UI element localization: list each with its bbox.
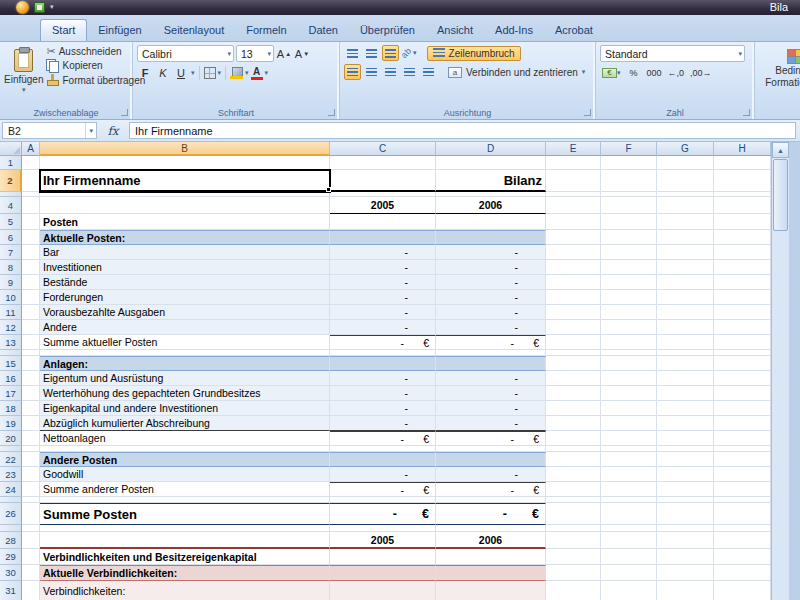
tab-ansicht[interactable]: Ansicht bbox=[426, 20, 484, 41]
cell-B20[interactable]: Nettoanlagen bbox=[40, 431, 330, 446]
increase-decimal-button[interactable]: ←,0 bbox=[666, 65, 687, 81]
cell-E31[interactable] bbox=[546, 581, 601, 600]
dialog-launcher-icon[interactable] bbox=[328, 109, 335, 116]
cell-D17[interactable]: - bbox=[436, 386, 546, 401]
cell-F18[interactable] bbox=[601, 401, 657, 416]
cell-F4[interactable] bbox=[601, 197, 657, 214]
row-header-30[interactable]: 30 bbox=[0, 565, 22, 581]
grow-font-button[interactable]: A▲ bbox=[276, 46, 292, 62]
cell-G5[interactable] bbox=[657, 214, 714, 230]
scroll-up-button[interactable]: ▲ bbox=[772, 142, 789, 158]
decrease-decimal-button[interactable]: ,00→ bbox=[688, 65, 714, 81]
cell-G1[interactable] bbox=[657, 156, 714, 170]
dialog-launcher-icon[interactable] bbox=[584, 109, 591, 116]
column-header-A[interactable]: A bbox=[22, 142, 40, 156]
cell-F8[interactable] bbox=[601, 260, 657, 275]
cell-F1[interactable] bbox=[601, 156, 657, 170]
select-all-corner[interactable] bbox=[0, 142, 22, 156]
cell-F31[interactable] bbox=[601, 581, 657, 600]
cell-B30[interactable]: Aktuelle Verbindlichkeiten: bbox=[40, 565, 330, 581]
cell-G13[interactable] bbox=[657, 335, 714, 350]
row-header-24[interactable]: 24 bbox=[0, 482, 22, 497]
row-header-4[interactable]: 4 bbox=[0, 197, 22, 214]
cell-E15[interactable] bbox=[546, 356, 601, 371]
tab-einfuegen[interactable]: Einfügen bbox=[87, 20, 152, 41]
row-header-12[interactable]: 12 bbox=[0, 320, 22, 335]
font-family-select[interactable]: Calibri ▾ bbox=[137, 45, 234, 62]
cell-C22[interactable] bbox=[330, 452, 436, 467]
column-header-B[interactable]: B bbox=[40, 142, 330, 156]
align-center-button[interactable] bbox=[363, 64, 380, 80]
cell-C2[interactable] bbox=[330, 170, 436, 192]
row-header-17[interactable]: 17 bbox=[0, 386, 22, 401]
cell-H10[interactable] bbox=[714, 290, 771, 305]
save-icon[interactable] bbox=[34, 2, 45, 13]
thousands-format-button[interactable]: 000 bbox=[645, 65, 664, 81]
row-header-7[interactable]: 7 bbox=[0, 245, 22, 260]
cell-B10[interactable]: Forderungen bbox=[40, 290, 330, 305]
percent-format-button[interactable]: % bbox=[625, 65, 643, 81]
cell-H26[interactable] bbox=[714, 503, 771, 525]
cell-F10[interactable] bbox=[601, 290, 657, 305]
cell-B1[interactable] bbox=[40, 156, 330, 170]
cell-F28[interactable] bbox=[601, 532, 657, 549]
cell-E24[interactable] bbox=[546, 482, 601, 497]
cell-H23[interactable] bbox=[714, 467, 771, 482]
row-header-11[interactable]: 11 bbox=[0, 305, 22, 320]
column-header-G[interactable]: G bbox=[657, 142, 714, 156]
cell-A30[interactable] bbox=[22, 565, 40, 581]
row-header-8[interactable]: 8 bbox=[0, 260, 22, 275]
chevron-down-icon[interactable]: ▾ bbox=[265, 70, 269, 76]
italic-button[interactable]: K bbox=[155, 65, 171, 81]
column-header-D[interactable]: D bbox=[436, 142, 546, 156]
cell-Hs26[interactable] bbox=[714, 525, 771, 532]
cell-D19[interactable]: - bbox=[436, 416, 546, 431]
cell-Bs26[interactable] bbox=[40, 525, 330, 532]
cell-A15[interactable] bbox=[22, 356, 40, 371]
cell-G8[interactable] bbox=[657, 260, 714, 275]
cell-E16[interactable] bbox=[546, 371, 601, 386]
cell-C11[interactable]: - bbox=[330, 305, 436, 320]
cell-G2[interactable] bbox=[657, 170, 714, 192]
tab-addins[interactable]: Add-Ins bbox=[484, 20, 544, 41]
orientation-icon[interactable]: ab bbox=[399, 46, 413, 60]
cell-E23[interactable] bbox=[546, 467, 601, 482]
cell-D20[interactable]: -€ bbox=[436, 431, 546, 446]
cell-F20[interactable] bbox=[601, 431, 657, 446]
cell-D12[interactable]: - bbox=[436, 320, 546, 335]
cell-G31[interactable] bbox=[657, 581, 714, 600]
cell-H31[interactable] bbox=[714, 581, 771, 600]
cell-D28[interactable]: 2006 bbox=[436, 532, 546, 549]
cell-D1[interactable] bbox=[436, 156, 546, 170]
column-header-E[interactable]: E bbox=[546, 142, 601, 156]
cell-E30[interactable] bbox=[546, 565, 601, 581]
cell-E1[interactable] bbox=[546, 156, 601, 170]
cell-G9[interactable] bbox=[657, 275, 714, 290]
cell-A26[interactable] bbox=[22, 503, 40, 525]
cell-B24[interactable]: Summe anderer Posten bbox=[40, 482, 330, 497]
shrink-font-button[interactable]: A▼ bbox=[294, 46, 310, 62]
cell-D5[interactable] bbox=[436, 214, 546, 230]
cell-B16[interactable]: Eigentum und Ausrüstung bbox=[40, 371, 330, 386]
cell-G23[interactable] bbox=[657, 467, 714, 482]
cell-F17[interactable] bbox=[601, 386, 657, 401]
row-header-10[interactable]: 10 bbox=[0, 290, 22, 305]
cell-C26[interactable]: -€ bbox=[330, 503, 436, 525]
cell-E9[interactable] bbox=[546, 275, 601, 290]
align-middle-button[interactable] bbox=[363, 45, 380, 61]
cell-B23[interactable]: Goodwill bbox=[40, 467, 330, 482]
fill-handle[interactable] bbox=[326, 187, 331, 192]
cell-A31[interactable] bbox=[22, 581, 40, 600]
cell-A5[interactable] bbox=[22, 214, 40, 230]
column-header-F[interactable]: F bbox=[601, 142, 657, 156]
cell-G7[interactable] bbox=[657, 245, 714, 260]
row-header-2[interactable]: 2 bbox=[0, 170, 22, 192]
cell-C10[interactable]: - bbox=[330, 290, 436, 305]
cell-C30[interactable] bbox=[330, 565, 436, 581]
cell-G19[interactable] bbox=[657, 416, 714, 431]
row-header-16[interactable]: 16 bbox=[0, 371, 22, 386]
cell-F12[interactable] bbox=[601, 320, 657, 335]
fill-color-icon[interactable] bbox=[230, 67, 243, 79]
tab-seitenlayout[interactable]: Seitenlayout bbox=[153, 20, 236, 41]
cell-A16[interactable] bbox=[22, 371, 40, 386]
